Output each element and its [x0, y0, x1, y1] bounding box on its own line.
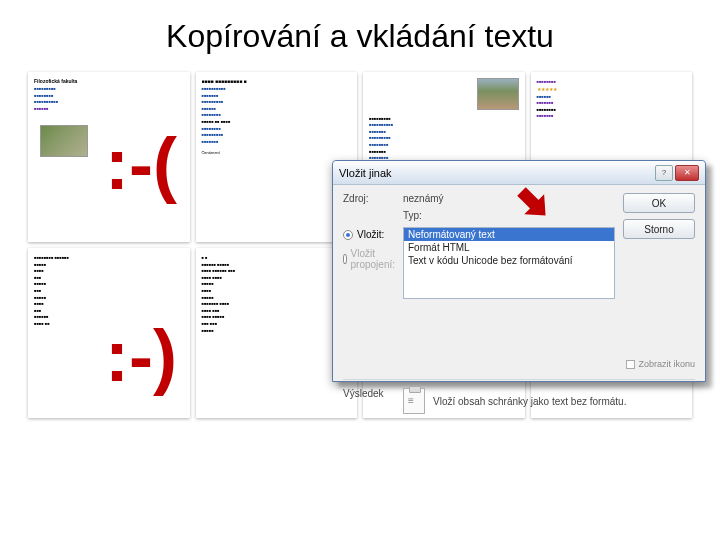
result-label: Výsledek: [343, 388, 395, 399]
building-photo-icon: [40, 125, 88, 157]
cancel-button[interactable]: Storno: [623, 219, 695, 239]
type-listbox[interactable]: Neformátovaný text Formát HTML Text v kó…: [403, 227, 615, 299]
show-icon-label: Zobrazit ikonu: [638, 359, 695, 369]
radio-dot-icon: [343, 230, 353, 240]
checkbox-icon: [626, 360, 635, 369]
happy-emoticon: :-): [105, 320, 177, 392]
radio-dot-icon: [343, 254, 347, 264]
building-photo-icon: [477, 78, 519, 110]
close-button[interactable]: ✕: [675, 165, 699, 181]
radio-link-label: Vložit propojení:: [351, 248, 395, 270]
rating-stars-icon: ★★★★★: [537, 86, 557, 92]
ok-button[interactable]: OK: [623, 193, 695, 213]
list-item[interactable]: Neformátovaný text: [404, 228, 614, 241]
type-label: Typ:: [403, 210, 615, 221]
list-item[interactable]: Formát HTML: [404, 241, 614, 254]
source-label: Zdroj:: [343, 193, 395, 204]
dialog-title: Vložit jinak: [339, 167, 392, 179]
sad-emoticon: :-(: [105, 128, 177, 200]
window-controls: ? ✕: [655, 165, 699, 181]
result-desc: Vloží obsah schránky jako text bez formá…: [433, 396, 626, 407]
dialog-divider: [343, 379, 695, 380]
clipboard-icon: [403, 388, 425, 414]
radio-paste-label: Vložit:: [357, 229, 384, 240]
help-button[interactable]: ?: [655, 165, 673, 181]
page-title: Kopírování a vkládání textu: [0, 0, 720, 63]
radio-paste[interactable]: Vložit:: [343, 229, 395, 240]
show-icon-checkbox: Zobrazit ikonu: [623, 359, 695, 369]
list-item[interactable]: Text v kódu Unicode bez formátování: [404, 254, 614, 267]
radio-paste-link: Vložit propojení:: [343, 248, 395, 270]
